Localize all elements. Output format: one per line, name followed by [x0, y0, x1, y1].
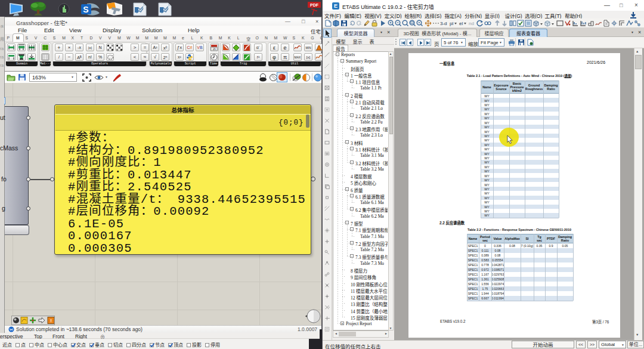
svg-text:16: 16: [212, 47, 216, 51]
svg-text:!: !: [50, 318, 52, 323]
svg-text:3-d: 3-d: [440, 21, 447, 26]
svg-text:S: S: [83, 5, 88, 14]
svg-text:el: el: [459, 21, 463, 26]
svg-text:nd: nd: [469, 21, 474, 26]
svg-text:pl: pl: [450, 21, 453, 26]
svg-text:PDF: PDF: [310, 3, 319, 7]
